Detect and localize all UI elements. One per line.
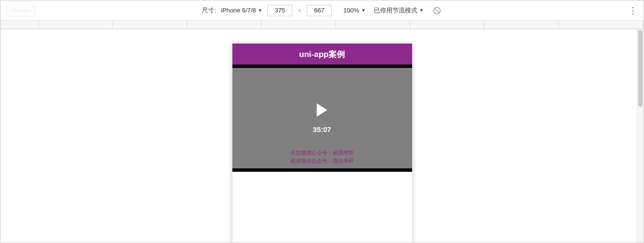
caption-line-2: 或者微信公众号：顶尖考研 (232, 157, 412, 165)
devtools-window: HBuilder 尺寸: iPhone 6/7/8 ▼ × 100% ▼ 已停用… (0, 0, 644, 243)
more-menu-icon[interactable]: ⋮ (627, 5, 639, 16)
play-icon[interactable] (317, 103, 327, 117)
video-duration: 35:07 (313, 125, 331, 133)
video-letterbox-top (232, 65, 412, 68)
watermark-badge: HBuilder (6, 4, 35, 17)
app-header: uni-app案例 (232, 44, 412, 65)
video-player[interactable]: 35:07 关注微信公众号：超强考研 或者微信公众号：顶尖考研 (232, 65, 412, 172)
throttle-select[interactable]: 已停用节流模式 ▼ (374, 6, 424, 15)
video-caption: 关注微信公众号：超强考研 或者微信公众号：顶尖考研 (232, 149, 412, 165)
device-select[interactable]: iPhone 6/7/8 ▼ (221, 7, 263, 14)
device-name: iPhone 6/7/8 (221, 7, 256, 14)
scrollbar-vertical[interactable] (637, 29, 644, 243)
chevron-down-icon: ▼ (361, 8, 366, 13)
height-input[interactable] (307, 5, 332, 16)
caption-line-1: 关注微信公众号：超强考研 (232, 149, 412, 157)
video-body: 35:07 关注微信公众号：超强考研 或者微信公众号：顶尖考研 (232, 68, 412, 168)
zoom-value: 100% (343, 7, 359, 14)
rotate-icon[interactable] (432, 5, 442, 16)
size-label: 尺寸: (202, 6, 216, 15)
chevron-down-icon: ▼ (419, 8, 424, 13)
ruler-bar (0, 21, 644, 29)
chevron-down-icon: ▼ (258, 8, 263, 13)
app-content (232, 172, 412, 243)
zoom-select[interactable]: 100% ▼ (343, 7, 366, 14)
viewport-area: uni-app案例 35:07 关注微信公众号：超强考研 或者微信公众号：顶尖考… (0, 29, 644, 243)
toolbar-controls: 尺寸: iPhone 6/7/8 ▼ × 100% ▼ 已停用节流模式 ▼ (202, 5, 442, 16)
svg-line-1 (435, 8, 439, 12)
page-title: uni-app案例 (299, 49, 345, 60)
dimension-separator: × (297, 8, 302, 13)
scrollbar-thumb[interactable] (638, 30, 643, 107)
width-input[interactable] (267, 5, 292, 16)
device-toolbar: HBuilder 尺寸: iPhone 6/7/8 ▼ × 100% ▼ 已停用… (0, 0, 644, 21)
device-frame: uni-app案例 35:07 关注微信公众号：超强考研 或者微信公众号：顶尖考… (232, 44, 412, 243)
video-letterbox-bottom (232, 168, 412, 172)
throttle-value: 已停用节流模式 (374, 6, 417, 15)
